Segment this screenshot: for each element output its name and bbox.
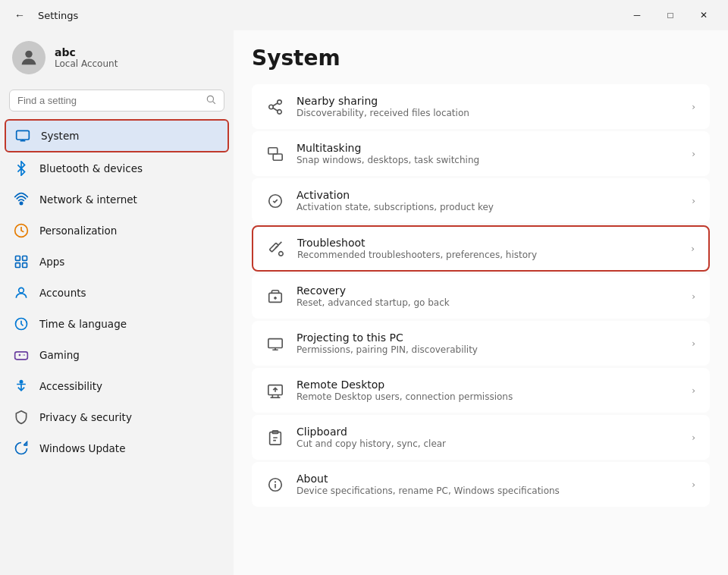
svg-rect-11 [15,352,28,360]
troubleshoot-icon [267,240,285,258]
settings-item-recovery[interactable]: Recovery Reset, advanced startup, go bac… [252,274,710,319]
settings-item-title-activation: Activation [297,189,679,201]
svg-point-21 [279,251,284,256]
content-area: System Nearby sharing Discoverability, r… [234,30,728,575]
title-bar: ← Settings ─ □ ✕ [0,0,728,30]
settings-item-desc-recovery: Reset, advanced startup, go back [297,297,679,308]
sidebar-item-accessibility[interactable]: Accessibility [5,371,229,401]
sidebar-item-apps[interactable]: Apps [5,247,229,277]
clipboard-icon [266,429,284,447]
close-button[interactable]: ✕ [689,5,719,26]
network-icon [14,192,29,207]
gaming-icon [14,347,29,363]
settings-item-multitasking[interactable]: Multitasking Snap windows, desktops, tas… [252,131,710,176]
bluetooth-icon [14,161,29,176]
svg-rect-8 [23,263,27,268]
svg-point-0 [25,51,32,58]
settings-item-text-multitasking: Multitasking Snap windows, desktops, tas… [297,142,679,165]
sidebar-label-personalization: Personalization [39,225,117,237]
svg-rect-5 [16,256,20,261]
settings-item-text-activation: Activation Activation state, subscriptio… [297,189,679,212]
sidebar-item-network[interactable]: Network & internet [5,184,229,215]
sidebar-item-personalization[interactable]: Personalization [5,215,229,246]
svg-point-1 [207,96,213,102]
windows-update-icon [14,441,29,456]
settings-item-desc-projecting: Permissions, pairing PIN, discoverabilit… [297,344,679,355]
settings-item-title-remote-desktop: Remote Desktop [297,379,679,391]
settings-item-title: Nearby sharing [297,95,679,107]
settings-item-projecting[interactable]: Projecting to this PC Permissions, pairi… [252,321,710,366]
svg-line-2 [213,102,215,104]
svg-rect-6 [23,256,27,261]
settings-item-desc-remote-desktop: Remote Desktop users, connection permiss… [297,391,679,402]
sidebar-label-windows-update: Windows Update [39,442,125,454]
sidebar-label-gaming: Gaming [39,349,80,361]
sidebar-item-system[interactable]: System [5,119,229,152]
settings-item-activation[interactable]: Activation Activation state, subscriptio… [252,178,710,223]
sidebar-label-time: Time & language [39,318,127,330]
apps-icon [14,254,29,269]
settings-item-title-projecting: Projecting to this PC [297,331,679,344]
chevron-icon-clipboard: › [692,432,695,443]
sidebar-label-bluetooth: Bluetooth & devices [39,162,143,174]
privacy-icon [14,410,29,425]
settings-item-title-recovery: Recovery [297,284,679,297]
page-title: System [252,46,710,71]
sidebar-item-privacy[interactable]: Privacy & security [5,402,229,432]
sidebar: abc Local Account System [0,30,234,575]
svg-point-14 [269,105,274,109]
maximize-button[interactable]: □ [655,5,686,26]
avatar [12,41,46,74]
chevron-icon-remote-desktop: › [692,385,695,396]
sidebar-label-privacy: Privacy & security [39,411,132,423]
settings-item-about[interactable]: About Device specifications, rename PC, … [252,462,710,507]
chevron-icon: › [692,102,695,112]
chevron-icon-about: › [692,479,695,490]
svg-point-12 [20,381,22,383]
settings-item-text-recovery: Recovery Reset, advanced startup, go bac… [297,284,679,308]
sidebar-item-bluetooth[interactable]: Bluetooth & devices [5,153,229,184]
multitasking-icon [266,145,284,163]
svg-point-13 [278,99,282,104]
svg-point-15 [278,109,282,114]
settings-item-remote-desktop[interactable]: Remote Desktop Remote Desktop users, con… [252,368,710,413]
settings-item-title-about: About [297,473,679,485]
recovery-icon [266,288,284,306]
svg-rect-18 [268,147,278,153]
system-icon [15,128,30,143]
about-icon [266,476,284,494]
user-info: abc Local Account [55,46,118,69]
search-box[interactable] [9,90,224,112]
title-bar-left: ← Settings [9,5,78,26]
chevron-icon-projecting: › [692,338,695,349]
settings-item-text: Nearby sharing Discoverability, received… [297,95,679,118]
settings-item-text-about: About Device specifications, rename PC, … [297,473,679,496]
title-bar-controls: ─ □ ✕ [622,5,719,26]
back-button[interactable]: ← [9,5,30,26]
settings-item-text-projecting: Projecting to this PC Permissions, pairi… [297,331,679,355]
sidebar-label-system: System [41,130,79,142]
sidebar-item-accounts[interactable]: Accounts [5,278,229,308]
minimize-button[interactable]: ─ [622,5,652,26]
projecting-icon [266,335,284,353]
sidebar-item-time[interactable]: Time & language [5,309,229,339]
settings-item-troubleshoot[interactable]: Troubleshoot Recommended troubleshooters… [252,225,710,272]
svg-rect-19 [273,154,282,160]
settings-item-text-troubleshoot: Troubleshoot Recommended troubleshooters… [297,237,679,260]
settings-item-desc-activation: Activation state, subscriptions, product… [297,202,679,212]
sidebar-item-gaming[interactable]: Gaming [5,340,229,370]
remote-desktop-icon [266,382,284,400]
settings-item-text-remote-desktop: Remote Desktop Remote Desktop users, con… [297,379,679,402]
search-input[interactable] [17,95,201,106]
sidebar-item-windows-update[interactable]: Windows Update [5,433,229,463]
settings-item-title-troubleshoot: Troubleshoot [297,237,679,249]
user-section: abc Local Account [0,30,234,85]
svg-rect-23 [268,338,282,347]
settings-item-text-clipboard: Clipboard Cut and copy history, sync, cl… [297,426,679,449]
settings-item-desc-troubleshoot: Recommended troubleshooters, preferences… [297,250,679,260]
settings-item-nearby-sharing[interactable]: Nearby sharing Discoverability, received… [252,84,710,129]
chevron-icon-recovery: › [692,291,695,302]
svg-line-17 [273,108,278,111]
settings-item-clipboard[interactable]: Clipboard Cut and copy history, sync, cl… [252,415,710,460]
settings-item-desc-clipboard: Cut and copy history, sync, clear [297,438,679,449]
